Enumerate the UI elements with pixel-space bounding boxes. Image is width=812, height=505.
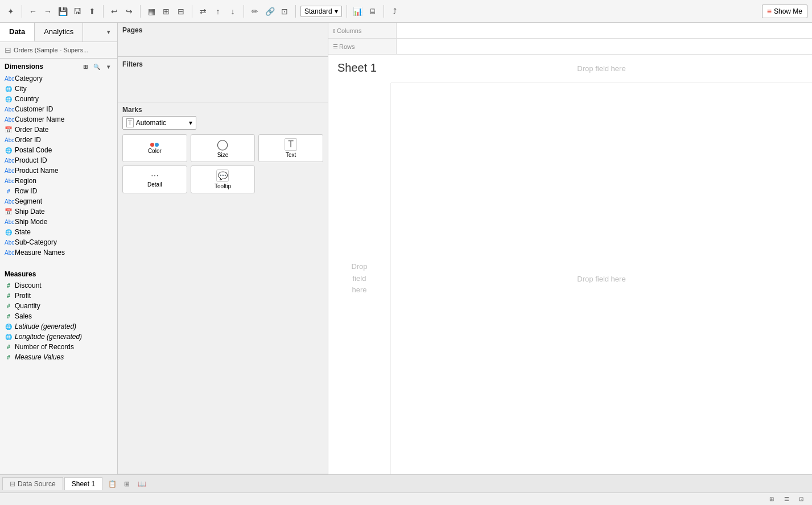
canvas-panel: ⫿ Columns ☰ Rows Sheet 1 Drop field here: [328, 23, 812, 474]
tab-analytics[interactable]: Analytics: [35, 23, 83, 42]
tooltip-button[interactable]: 💬 Tooltip: [191, 165, 255, 193]
pen-icon[interactable]: ✏: [249, 5, 261, 18]
sheet-title: Sheet 1: [328, 55, 386, 81]
label-icon[interactable]: ⊡: [278, 5, 291, 18]
drop-zone-left[interactable]: Dropfieldhere: [328, 83, 391, 474]
measure-longitude[interactable]: 🌐 Longitude (generated): [0, 332, 117, 342]
dimension-measure-names[interactable]: Abc Measure Names: [0, 247, 117, 258]
dimension-segment[interactable]: Abc Segment: [0, 196, 117, 206]
abc-icon: Abc: [5, 76, 13, 82]
abc-icon: Abc: [5, 106, 13, 113]
filters-title: Filters: [122, 60, 323, 68]
tab-data[interactable]: Data: [0, 23, 35, 42]
back-icon[interactable]: ←: [27, 5, 39, 18]
show-me-button[interactable]: ≡ Show Me: [762, 5, 807, 18]
filters-section: Filters: [118, 57, 328, 102]
grid-view-icon[interactable]: ⊞: [81, 62, 90, 71]
measures-header: Measures: [0, 267, 117, 280]
dimension-region[interactable]: Abc Region: [0, 176, 117, 186]
abc-icon: Abc: [5, 219, 13, 225]
publish-icon[interactable]: ⬆: [86, 5, 98, 18]
detail-button[interactable]: ⋯ Detail: [122, 165, 187, 193]
left-panel: Data Analytics ▾ ⊟ Orders (Sample - Supe…: [0, 23, 118, 474]
columns-icon: ⫿: [333, 27, 336, 34]
drop-zone-top[interactable]: Drop field here: [391, 55, 812, 83]
sort-asc-icon[interactable]: ↑: [212, 5, 224, 18]
size-icon: ◯: [217, 138, 228, 151]
dimensions-list: Abc Category 🌐 City 🌐 Country Abc Custom…: [0, 73, 117, 267]
dimension-order-date[interactable]: 📅 Order Date: [0, 125, 117, 135]
dimension-country[interactable]: 🌐 Country: [0, 94, 117, 104]
dimension-category[interactable]: Abc Category: [0, 73, 117, 84]
save-icon[interactable]: 💾: [56, 5, 69, 18]
zoom-icon[interactable]: ⊡: [795, 493, 807, 506]
tab-bar: Data Analytics ▾: [0, 23, 117, 42]
dimension-order-id[interactable]: Abc Order ID: [0, 135, 117, 145]
tab-datasource[interactable]: ⊟ Data Source: [2, 477, 63, 490]
drop-zone-main[interactable]: Drop field here: [391, 83, 812, 474]
dimension-row-id[interactable]: # Row ID: [0, 186, 117, 196]
dimension-ship-date[interactable]: 📅 Ship Date: [0, 206, 117, 217]
present-icon[interactable]: 🖥: [366, 5, 379, 18]
tab-menu-icon[interactable]: ▾: [102, 26, 115, 39]
home-icon[interactable]: ✦: [5, 5, 17, 18]
text-button[interactable]: T Text: [258, 134, 323, 162]
new-story-icon[interactable]: 📖: [135, 478, 148, 490]
marks-section: Marks T Automatic ▾ Color ◯: [118, 102, 328, 474]
tab-sheet1[interactable]: Sheet 1: [64, 477, 102, 490]
status-bar: ⊞ ☰ ⊡: [0, 492, 812, 505]
marks-type-dropdown[interactable]: T Automatic ▾: [122, 116, 196, 130]
forward-icon[interactable]: →: [42, 5, 54, 18]
dimension-state[interactable]: 🌐 State: [0, 227, 117, 237]
dimension-city[interactable]: 🌐 City: [0, 84, 117, 94]
link-icon[interactable]: 🔗: [263, 5, 276, 18]
sep8: [384, 5, 384, 18]
dimension-product-name[interactable]: Abc Product Name: [0, 165, 117, 176]
status-icons: ⊞ ☰ ⊡: [765, 493, 807, 506]
list-icon[interactable]: ☰: [780, 493, 793, 506]
dimension-product-id[interactable]: Abc Product ID: [0, 155, 117, 165]
dimension-postal-code[interactable]: 🌐 Postal Code: [0, 145, 117, 155]
color-button[interactable]: Color: [122, 134, 187, 162]
grid-icon[interactable]: ⊞: [765, 493, 778, 506]
redo-icon[interactable]: ↪: [123, 5, 135, 18]
marks-title: Marks: [122, 106, 323, 114]
new-sheet-icon[interactable]: 📋: [106, 478, 118, 490]
measures-section: Measures # Discount # Profit # Quantity …: [0, 267, 117, 362]
new-dashboard-icon[interactable]: ⊞: [121, 478, 133, 490]
dimension-sub-category[interactable]: Abc Sub-Category: [0, 237, 117, 247]
size-button[interactable]: ◯ Size: [191, 134, 255, 162]
measure-values[interactable]: # Measure Values: [0, 352, 117, 362]
measure-discount[interactable]: # Discount: [0, 280, 117, 291]
dimension-ship-mode[interactable]: Abc Ship Mode: [0, 217, 117, 227]
toolbar: ✦ ← → 💾 🖫 ⬆ ↩ ↪ ▦ ⊞ ⊟ ⇄ ↑ ↓ ✏ 🔗 ⊡ Standa…: [0, 0, 812, 23]
save-as-icon[interactable]: 🖫: [71, 5, 84, 18]
pages-section: Pages: [118, 23, 328, 57]
bar-chart-icon[interactable]: ▦: [145, 5, 158, 18]
abc-icon: Abc: [5, 178, 13, 184]
columns-shelf: ⫿ Columns: [328, 23, 812, 39]
sort-desc-icon[interactable]: ↓: [226, 5, 239, 18]
detail-icon: ⋯: [151, 171, 159, 180]
measure-profit[interactable]: # Profit: [0, 291, 117, 301]
measure-quantity[interactable]: # Quantity: [0, 301, 117, 311]
layout2-icon[interactable]: ⊟: [175, 5, 187, 18]
sep7: [347, 5, 347, 18]
swap-icon[interactable]: ⇄: [197, 5, 209, 18]
layout-icon[interactable]: ⊞: [160, 5, 172, 18]
measure-sales[interactable]: # Sales: [0, 311, 117, 321]
share-icon[interactable]: ⤴: [389, 5, 401, 18]
rows-icon: ☰: [333, 43, 338, 49]
measure-number-of-records[interactable]: # Number of Records: [0, 342, 117, 352]
standard-dropdown[interactable]: Standard ▾: [300, 6, 342, 17]
dimension-customer-id[interactable]: Abc Customer ID: [0, 104, 117, 114]
measure-latitude[interactable]: 🌐 Latitude (generated): [0, 321, 117, 332]
dimensions-menu-icon[interactable]: ▾: [104, 62, 113, 71]
search-icon[interactable]: 🔍: [92, 62, 101, 71]
viz-type-icon[interactable]: 📊: [352, 5, 364, 18]
tooltip-icon: 💬: [216, 169, 229, 182]
data-source[interactable]: ⊟ Orders (Sample - Supers...: [0, 42, 117, 59]
undo-icon[interactable]: ↩: [108, 5, 121, 18]
bottom-icons: 📋 ⊞ 📖: [106, 478, 148, 490]
dimension-customer-name[interactable]: Abc Customer Name: [0, 114, 117, 125]
